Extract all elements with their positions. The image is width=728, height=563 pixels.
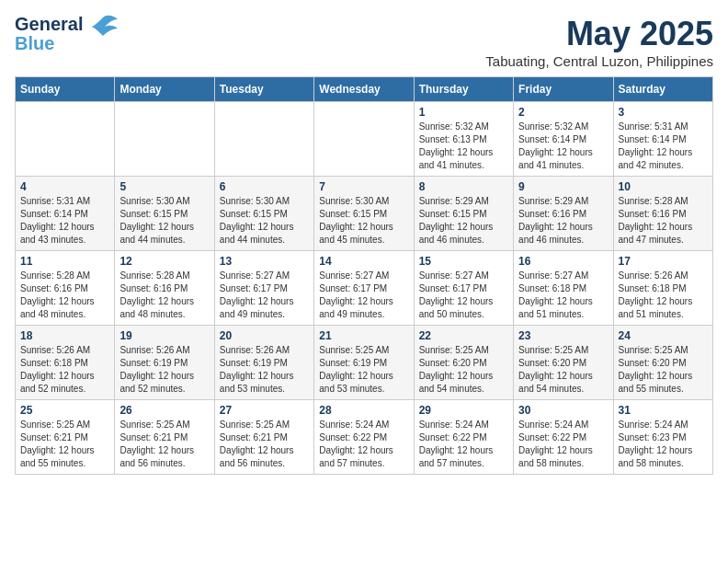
day-info: Sunrise: 5:32 AM Sunset: 6:13 PM Dayligh…: [419, 121, 508, 172]
column-header-wednesday: Wednesday: [314, 77, 414, 102]
day-info: Sunrise: 5:25 AM Sunset: 6:20 PM Dayligh…: [619, 344, 708, 396]
day-number: 17: [619, 255, 708, 268]
day-info: Sunrise: 5:27 AM Sunset: 6:17 PM Dayligh…: [419, 270, 508, 321]
column-header-monday: Monday: [115, 77, 214, 102]
day-info: Sunrise: 5:30 AM Sunset: 6:15 PM Dayligh…: [119, 195, 209, 247]
calendar-cell: 22Sunrise: 5:25 AM Sunset: 6:20 PM Dayli…: [414, 326, 513, 400]
calendar-cell: 17Sunrise: 5:26 AM Sunset: 6:18 PM Dayli…: [613, 251, 712, 326]
calendar-cell: 20Sunrise: 5:26 AM Sunset: 6:19 PM Dayli…: [214, 326, 313, 400]
calendar-cell: 28Sunrise: 5:24 AM Sunset: 6:22 PM Dayli…: [314, 400, 414, 475]
column-header-friday: Friday: [514, 77, 613, 102]
calendar-cell: 9Sunrise: 5:29 AM Sunset: 6:16 PM Daylig…: [514, 177, 613, 251]
day-number: 10: [619, 180, 708, 193]
day-number: 27: [220, 404, 309, 417]
day-number: 12: [119, 255, 209, 268]
day-number: 16: [518, 255, 608, 268]
day-info: Sunrise: 5:25 AM Sunset: 6:20 PM Dayligh…: [518, 344, 608, 396]
day-info: Sunrise: 5:29 AM Sunset: 6:16 PM Dayligh…: [518, 195, 608, 247]
day-info: Sunrise: 5:26 AM Sunset: 6:18 PM Dayligh…: [20, 344, 109, 396]
day-info: Sunrise: 5:24 AM Sunset: 6:22 PM Dayligh…: [319, 419, 408, 470]
calendar-cell: 11Sunrise: 5:28 AM Sunset: 6:16 PM Dayli…: [16, 251, 115, 326]
calendar-cell: 24Sunrise: 5:25 AM Sunset: 6:20 PM Dayli…: [613, 326, 712, 400]
calendar-cell: [115, 102, 214, 177]
calendar-cell: 12Sunrise: 5:28 AM Sunset: 6:16 PM Dayli…: [115, 251, 214, 326]
day-number: 22: [419, 329, 508, 342]
day-info: Sunrise: 5:27 AM Sunset: 6:17 PM Dayligh…: [220, 270, 309, 321]
calendar-cell: 31Sunrise: 5:24 AM Sunset: 6:23 PM Dayli…: [613, 400, 712, 475]
column-header-thursday: Thursday: [414, 77, 513, 102]
title-block: May 2025 Tabuating, Central Luzon, Phili…: [485, 15, 713, 69]
calendar-cell: 21Sunrise: 5:25 AM Sunset: 6:19 PM Dayli…: [314, 326, 414, 400]
day-number: 24: [619, 329, 708, 342]
calendar-cell: 18Sunrise: 5:26 AM Sunset: 6:18 PM Dayli…: [16, 326, 115, 400]
calendar-week-row: 18Sunrise: 5:26 AM Sunset: 6:18 PM Dayli…: [16, 326, 713, 400]
day-number: 7: [319, 180, 408, 193]
calendar-cell: 8Sunrise: 5:29 AM Sunset: 6:15 PM Daylig…: [414, 177, 513, 251]
day-number: 2: [518, 106, 608, 119]
calendar-cell: 30Sunrise: 5:24 AM Sunset: 6:22 PM Dayli…: [514, 400, 613, 475]
calendar-cell: [16, 102, 115, 177]
day-number: 31: [619, 404, 708, 417]
logo-general: General: [15, 15, 83, 34]
day-info: Sunrise: 5:25 AM Sunset: 6:21 PM Dayligh…: [119, 419, 209, 470]
calendar-table: SundayMondayTuesdayWednesdayThursdayFrid…: [15, 76, 713, 475]
logo-bird-icon: [86, 10, 119, 50]
calendar-cell: 5Sunrise: 5:30 AM Sunset: 6:15 PM Daylig…: [115, 177, 214, 251]
calendar-cell: 1Sunrise: 5:32 AM Sunset: 6:13 PM Daylig…: [414, 102, 513, 177]
calendar-cell: 3Sunrise: 5:31 AM Sunset: 6:14 PM Daylig…: [613, 102, 712, 177]
day-number: 11: [20, 255, 109, 268]
day-info: Sunrise: 5:32 AM Sunset: 6:14 PM Dayligh…: [518, 121, 608, 172]
calendar-cell: 14Sunrise: 5:27 AM Sunset: 6:17 PM Dayli…: [314, 251, 414, 326]
day-info: Sunrise: 5:30 AM Sunset: 6:15 PM Dayligh…: [220, 195, 309, 247]
calendar-cell: 25Sunrise: 5:25 AM Sunset: 6:21 PM Dayli…: [16, 400, 115, 475]
calendar-cell: [214, 102, 313, 177]
calendar-cell: 26Sunrise: 5:25 AM Sunset: 6:21 PM Dayli…: [115, 400, 214, 475]
day-info: Sunrise: 5:26 AM Sunset: 6:19 PM Dayligh…: [220, 344, 309, 396]
day-number: 25: [20, 404, 109, 417]
day-info: Sunrise: 5:26 AM Sunset: 6:18 PM Dayligh…: [619, 270, 708, 321]
column-header-tuesday: Tuesday: [214, 77, 313, 102]
day-info: Sunrise: 5:28 AM Sunset: 6:16 PM Dayligh…: [619, 195, 708, 247]
location-subtitle: Tabuating, Central Luzon, Philippines: [485, 53, 713, 69]
calendar-cell: 7Sunrise: 5:30 AM Sunset: 6:15 PM Daylig…: [314, 177, 414, 251]
page-header: General Blue May 2025 Tabuating, Central…: [15, 15, 713, 69]
calendar-week-row: 4Sunrise: 5:31 AM Sunset: 6:14 PM Daylig…: [16, 177, 713, 251]
day-info: Sunrise: 5:31 AM Sunset: 6:14 PM Dayligh…: [619, 121, 708, 172]
calendar-cell: 10Sunrise: 5:28 AM Sunset: 6:16 PM Dayli…: [613, 177, 712, 251]
day-info: Sunrise: 5:26 AM Sunset: 6:19 PM Dayligh…: [119, 344, 209, 396]
day-number: 13: [220, 255, 309, 268]
day-info: Sunrise: 5:29 AM Sunset: 6:15 PM Dayligh…: [419, 195, 508, 247]
day-number: 15: [419, 255, 508, 268]
calendar-cell: 13Sunrise: 5:27 AM Sunset: 6:17 PM Dayli…: [214, 251, 313, 326]
calendar-cell: 6Sunrise: 5:30 AM Sunset: 6:15 PM Daylig…: [214, 177, 313, 251]
calendar-header-row: SundayMondayTuesdayWednesdayThursdayFrid…: [16, 77, 713, 102]
day-number: 19: [119, 329, 209, 342]
day-info: Sunrise: 5:28 AM Sunset: 6:16 PM Dayligh…: [119, 270, 209, 321]
day-info: Sunrise: 5:27 AM Sunset: 6:17 PM Dayligh…: [319, 270, 408, 321]
day-number: 30: [518, 404, 608, 417]
calendar-cell: 23Sunrise: 5:25 AM Sunset: 6:20 PM Dayli…: [514, 326, 613, 400]
day-number: 18: [20, 329, 109, 342]
logo-blue: Blue: [15, 34, 83, 53]
day-number: 6: [220, 180, 309, 193]
day-info: Sunrise: 5:25 AM Sunset: 6:19 PM Dayligh…: [319, 344, 408, 396]
calendar-week-row: 11Sunrise: 5:28 AM Sunset: 6:16 PM Dayli…: [16, 251, 713, 326]
day-info: Sunrise: 5:24 AM Sunset: 6:23 PM Dayligh…: [619, 419, 708, 470]
day-number: 26: [119, 404, 209, 417]
calendar-cell: 19Sunrise: 5:26 AM Sunset: 6:19 PM Dayli…: [115, 326, 214, 400]
day-number: 20: [220, 329, 309, 342]
day-number: 8: [419, 180, 508, 193]
calendar-cell: 4Sunrise: 5:31 AM Sunset: 6:14 PM Daylig…: [16, 177, 115, 251]
day-info: Sunrise: 5:28 AM Sunset: 6:16 PM Dayligh…: [20, 270, 109, 321]
day-info: Sunrise: 5:30 AM Sunset: 6:15 PM Dayligh…: [319, 195, 408, 247]
day-info: Sunrise: 5:24 AM Sunset: 6:22 PM Dayligh…: [419, 419, 508, 470]
day-number: 4: [20, 180, 109, 193]
calendar-cell: 27Sunrise: 5:25 AM Sunset: 6:21 PM Dayli…: [214, 400, 313, 475]
calendar-cell: 16Sunrise: 5:27 AM Sunset: 6:18 PM Dayli…: [514, 251, 613, 326]
column-header-saturday: Saturday: [613, 77, 712, 102]
day-info: Sunrise: 5:25 AM Sunset: 6:21 PM Dayligh…: [220, 419, 309, 470]
logo: General Blue: [15, 15, 119, 53]
calendar-week-row: 1Sunrise: 5:32 AM Sunset: 6:13 PM Daylig…: [16, 102, 713, 177]
day-info: Sunrise: 5:25 AM Sunset: 6:21 PM Dayligh…: [20, 419, 109, 470]
calendar-cell: 15Sunrise: 5:27 AM Sunset: 6:17 PM Dayli…: [414, 251, 513, 326]
